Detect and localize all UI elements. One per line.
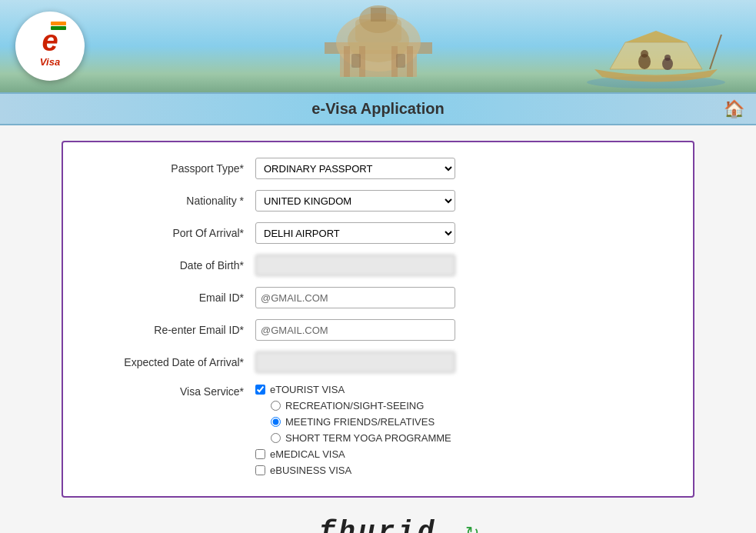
meeting-radio[interactable] [271, 417, 281, 427]
nationality-label: Nationality * [86, 195, 255, 207]
home-icon[interactable]: 🏠 [724, 99, 744, 119]
yoga-option: SHORT TERM YOGA PROGRAMME [271, 432, 670, 444]
port-of-arrival-label: Port Of Arrival* [86, 227, 255, 239]
etourist-option: eTOURIST VISA [255, 384, 670, 395]
svg-rect-12 [396, 54, 405, 68]
emedical-option: eMEDICAL VISA [255, 448, 670, 460]
expected-arrival-row: Expected Date of Arrival* [86, 351, 670, 373]
passport-type-row: Passport Type* ORDINARY PASSPORT OFFICIA… [86, 158, 670, 179]
visa-service-label: Visa Service* [86, 384, 255, 398]
re-email-label: Re-enter Email ID* [86, 324, 255, 336]
email-control [255, 287, 455, 308]
logo: e Visa [15, 12, 85, 81]
dob-label: Date of Birth* [86, 259, 255, 271]
dob-input[interactable] [255, 255, 455, 276]
svg-rect-10 [407, 46, 413, 77]
recreation-label: RECREATION/SIGHT-SEEING [285, 400, 424, 411]
re-email-row: Re-enter Email ID* [86, 319, 670, 341]
yoga-radio[interactable] [271, 433, 281, 443]
email-label: Email ID* [86, 291, 255, 304]
etourist-sub-options: RECREATION/SIGHT-SEEING MEETING FRIENDS/… [255, 400, 670, 444]
email-row: Email ID* [86, 287, 670, 308]
expected-arrival-label: Expected Date of Arrival* [86, 356, 255, 368]
re-email-control [255, 319, 455, 341]
email-input[interactable] [255, 287, 455, 308]
header-scenery [0, 0, 756, 92]
port-of-arrival-select[interactable]: DELHI AIRPORT MUMBAI AIRPORT CHENNAI AIR… [255, 222, 455, 244]
logo-visa: Visa [40, 57, 60, 67]
port-of-arrival-control: DELHI AIRPORT MUMBAI AIRPORT CHENNAI AIR… [255, 222, 455, 244]
building-illustration [294, 4, 463, 77]
dob-row: Date of Birth* [86, 255, 670, 276]
captcha-image: fhurid [308, 513, 449, 533]
yoga-label: SHORT TERM YOGA PROGRAMME [285, 432, 451, 444]
captcha-refresh-button[interactable]: ↻ [465, 523, 479, 534]
form-box: Passport Type* ORDINARY PASSPORT OFFICIA… [62, 141, 694, 498]
boat-illustration [579, 19, 733, 88]
visa-service-options: eTOURIST VISA RECREATION/SIGHT-SEEING ME… [255, 384, 670, 481]
dob-control [255, 255, 455, 276]
nationality-row: Nationality * UNITED KINGDOM UNITED STAT… [86, 190, 670, 212]
expected-arrival-input[interactable] [255, 351, 455, 373]
recreation-radio[interactable] [271, 401, 281, 411]
ebusiness-label: eBUSINESS VISA [270, 465, 351, 476]
main-content: Passport Type* ORDINARY PASSPORT OFFICIA… [0, 125, 756, 533]
ebusiness-checkbox[interactable] [255, 465, 265, 475]
page-title: e-Visa Application [311, 100, 444, 117]
etourist-label: eTOURIST VISA [270, 384, 345, 395]
logo-circle: e Visa [15, 12, 85, 81]
svg-rect-6 [371, 8, 386, 22]
port-of-arrival-row: Port Of Arrival* DELHI AIRPORT MUMBAI AI… [86, 222, 670, 244]
svg-line-18 [710, 35, 721, 69]
visa-service-row: Visa Service* eTOURIST VISA RECREATION/S… [86, 384, 670, 481]
svg-rect-7 [344, 46, 350, 77]
ebusiness-option: eBUSINESS VISA [255, 465, 670, 476]
expected-arrival-control [255, 351, 455, 373]
passport-type-select[interactable]: ORDINARY PASSPORT OFFICIAL PASSPORT DIPL… [255, 158, 455, 179]
svg-rect-11 [351, 54, 361, 68]
emedical-checkbox[interactable] [255, 449, 265, 459]
logo-e: e [40, 25, 60, 58]
nationality-select[interactable]: UNITED KINGDOM UNITED STATES AUSTRALIA [255, 190, 455, 212]
nationality-control: UNITED KINGDOM UNITED STATES AUSTRALIA [255, 190, 455, 212]
title-bar: e-Visa Application 🏠 [0, 92, 756, 125]
recreation-option: RECREATION/SIGHT-SEEING [271, 400, 670, 411]
passport-type-label: Passport Type* [86, 162, 255, 175]
emedical-label: eMEDICAL VISA [270, 448, 345, 460]
etourist-checkbox[interactable] [255, 385, 265, 395]
passport-type-control: ORDINARY PASSPORT OFFICIAL PASSPORT DIPL… [255, 158, 455, 179]
meeting-label: MEETING FRIENDS/RELATIVES [285, 416, 435, 428]
captcha-section: fhurid ↻ [62, 513, 694, 533]
svg-point-17 [664, 55, 671, 61]
meeting-option: MEETING FRIENDS/RELATIVES [271, 416, 670, 428]
re-email-input[interactable] [255, 319, 455, 341]
header: e Visa [0, 0, 756, 92]
svg-point-15 [641, 50, 648, 58]
